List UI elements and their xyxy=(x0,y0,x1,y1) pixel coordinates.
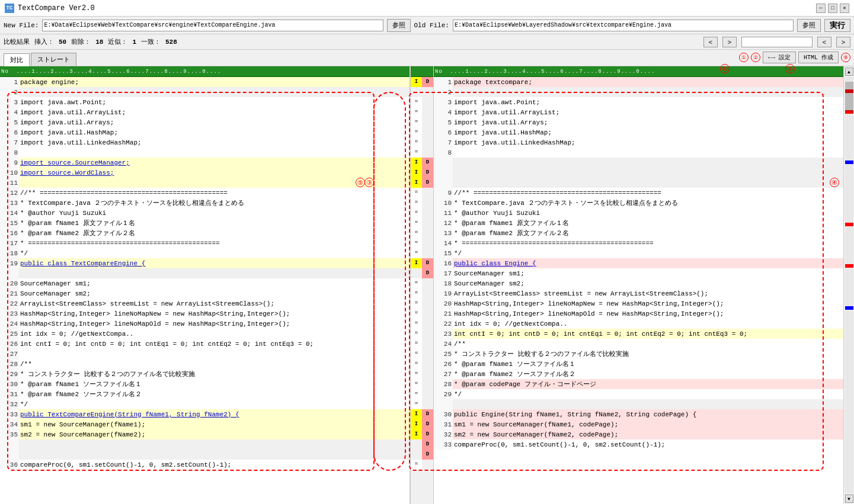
table-row: 8 xyxy=(0,147,410,158)
line-content: import java.util.ArrayList; xyxy=(453,107,843,117)
line-number: 16 xyxy=(434,258,453,268)
middle-marker-row: = xyxy=(411,248,433,258)
table-row: 22 ArrayList<StreemClass> streemList = n… xyxy=(0,298,410,309)
search-input[interactable] xyxy=(741,37,813,47)
line-content: compareProc(0, sm1.setCount()-1, 0, sm2.… xyxy=(19,460,410,470)
table-row: 19 ArrayList<StreemClass> streemList = n… xyxy=(434,288,843,298)
middle-marker-I: = xyxy=(411,329,422,339)
table-row xyxy=(434,168,843,178)
table-row: 2 xyxy=(0,87,410,97)
scrollbar-thumb[interactable] xyxy=(845,82,853,111)
left-pane[interactable]: No ....1....2....3....4....5....6....7..… xyxy=(0,66,410,504)
middle-marker-I: = xyxy=(411,369,422,379)
inserted-value: 50 xyxy=(59,38,66,46)
middle-marker-D xyxy=(422,319,433,329)
middle-marker-row: = xyxy=(411,117,433,127)
minimize-button[interactable]: ─ xyxy=(816,4,826,13)
tab-compare[interactable]: 対比 xyxy=(4,53,30,66)
right-pane[interactable]: No ....1....2....3....4....5....6....7..… xyxy=(434,66,843,504)
middle-marker-row: ID xyxy=(411,429,433,439)
tab-straight[interactable]: ストレート xyxy=(31,53,76,66)
old-file-input[interactable] xyxy=(453,20,794,31)
middle-marker-I xyxy=(411,87,422,97)
title-bar-controls[interactable]: ─ □ ✕ xyxy=(816,4,849,13)
line-content xyxy=(19,178,410,188)
table-row: 15 */ xyxy=(434,248,843,258)
middle-marker-I: I xyxy=(411,77,422,87)
table-row: 1package textcompare; xyxy=(434,77,843,87)
line-content: HashMap<String,Integer> lineNoMapOld = n… xyxy=(19,319,410,329)
middle-marker-row: = xyxy=(411,97,433,107)
line-number: 4 xyxy=(434,107,453,117)
middle-marker-row: = xyxy=(411,188,433,198)
middle-marker-row: = xyxy=(411,359,433,369)
line-content: int idx = 0; //getNextCompa.. xyxy=(453,319,843,329)
line-number: 31 xyxy=(434,419,453,429)
line-content: */ xyxy=(19,399,410,409)
line-number: 35 xyxy=(0,429,19,439)
middle-marker-row: ID xyxy=(411,258,433,268)
middle-marker-I: = xyxy=(411,97,422,107)
line-content: * @param fName1 ソースファイル名１ xyxy=(19,379,410,389)
table-row: 2 xyxy=(434,87,843,97)
table-row: 5import java.util.Arrays; xyxy=(0,117,410,127)
middle-marker-D xyxy=(422,349,433,359)
line-content: import java.awt.Point; xyxy=(453,97,843,107)
line-number: 36 xyxy=(0,460,19,470)
old-file-browse-button[interactable]: 参照 xyxy=(797,19,821,32)
search-next-button[interactable]: > xyxy=(836,37,850,47)
new-file-browse-button[interactable]: 参照 xyxy=(387,19,411,32)
line-number: 22 xyxy=(434,319,453,329)
middle-markers: ID======IDIDID=======IDD=============IDI… xyxy=(411,77,433,470)
line-content: * ======================================… xyxy=(453,238,843,248)
middle-marker-row: = xyxy=(411,208,433,218)
line-content: public class TextCompareEngine { xyxy=(19,258,410,268)
middle-marker-I: = xyxy=(411,218,422,228)
line-number: 7 xyxy=(0,137,19,147)
line-content xyxy=(19,268,410,278)
close-button[interactable]: ✕ xyxy=(840,4,849,13)
scroll-up-button[interactable]: ▲ xyxy=(845,68,853,76)
line-content: import java.util.LinkedHashMap; xyxy=(453,137,843,147)
html-create-button[interactable]: HTML 作成 xyxy=(798,52,839,63)
exec-button[interactable]: 実行 xyxy=(824,19,850,32)
right-ruler: No ....1....2....3....4....5....6....7..… xyxy=(434,66,843,77)
middle-marker-row: = xyxy=(411,238,433,248)
line-number xyxy=(0,268,19,278)
table-row: 12 * @param fName1 原文ファイル１名 xyxy=(434,218,843,228)
scroll-down-button[interactable]: ▼ xyxy=(845,495,853,503)
prev-button[interactable]: < xyxy=(703,37,718,47)
table-row: 17 SourceManager sm1; xyxy=(434,268,843,278)
middle-marker-D xyxy=(422,389,433,399)
table-row: 33 compareProc(0, sm1.setCount()-1, 0, s… xyxy=(434,439,843,450)
middle-marker-row: ID xyxy=(411,168,433,178)
middle-marker-I: = xyxy=(411,278,422,288)
line-number: 3 xyxy=(434,97,453,107)
circle-annotation-4: ④ xyxy=(830,178,839,187)
line-content: * @author Yuuji Suzuki xyxy=(453,208,843,218)
line-number: 27 xyxy=(0,349,19,359)
middle-marker-D xyxy=(422,127,433,137)
new-file-input[interactable] xyxy=(42,20,383,31)
line-number: 24 xyxy=(0,319,19,329)
table-row: 22 int idx = 0; //getNextCompa.. xyxy=(434,319,843,329)
tab-right-buttons: ① ② ←→ 設定 HTML 作成 ⑧ xyxy=(739,52,850,63)
middle-marker-D: D xyxy=(422,178,433,188)
line-number: 10 xyxy=(0,168,19,178)
table-row: 3import java.awt.Point; xyxy=(0,97,410,107)
table-row: 29 * コンストラクター 比較する２つのファイル名で比較実施 xyxy=(0,369,410,379)
line-number: 6 xyxy=(434,127,453,137)
maximize-button[interactable]: □ xyxy=(828,4,837,13)
table-row: 23 int cntI = 0; int cntD = 0; int cntEq… xyxy=(434,329,843,339)
circle-annotation-3: ③ xyxy=(364,178,374,187)
line-number xyxy=(434,399,453,409)
circle-2: ② xyxy=(751,53,760,62)
search-prev-button[interactable]: < xyxy=(817,37,831,47)
settings-button[interactable]: ←→ 設定 xyxy=(763,52,796,63)
circle-annotation-1: ① xyxy=(720,64,730,73)
middle-marker-I: = xyxy=(411,288,422,298)
middle-marker-D: D xyxy=(422,429,433,439)
circle-1: ① xyxy=(739,53,749,62)
middle-marker-D: D xyxy=(422,419,433,429)
next-button[interactable]: > xyxy=(722,37,737,47)
